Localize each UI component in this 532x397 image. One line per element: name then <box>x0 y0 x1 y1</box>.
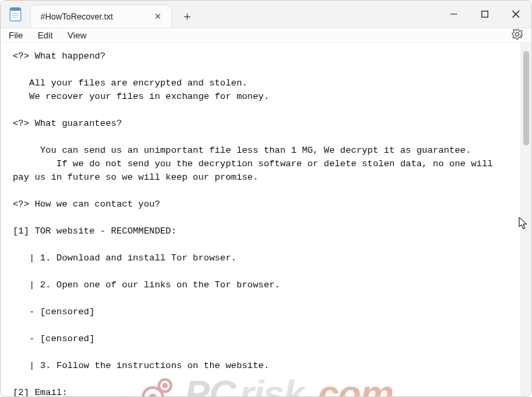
svg-rect-6 <box>482 11 488 17</box>
titlebar: #HowToRecover.txt ✕ ＋ <box>1 1 531 28</box>
tab-title: #HowToRecover.txt <box>40 12 113 22</box>
svg-rect-1 <box>10 7 21 11</box>
tab-close-icon[interactable]: ✕ <box>152 11 164 22</box>
notepad-window: #HowToRecover.txt ✕ ＋ File Edit View <box>0 0 532 397</box>
window-controls <box>438 1 531 28</box>
notepad-icon <box>9 7 22 22</box>
titlebar-spacer <box>199 1 438 28</box>
minimize-button[interactable] <box>438 1 469 28</box>
menu-file[interactable]: File <box>9 30 23 40</box>
text-content[interactable]: <?> What happend? All your files are enc… <box>1 43 521 397</box>
tab-strip: #HowToRecover.txt ✕ ＋ <box>30 1 199 28</box>
new-tab-button[interactable]: ＋ <box>176 5 199 28</box>
tab-active[interactable]: #HowToRecover.txt ✕ <box>30 5 172 28</box>
editor-area: <?> What happend? All your files are enc… <box>1 43 531 397</box>
settings-button[interactable] <box>511 28 523 42</box>
vertical-scrollbar[interactable] <box>521 43 531 397</box>
maximize-button[interactable] <box>469 1 500 28</box>
menubar: File Edit View <box>1 28 531 43</box>
app-icon <box>1 1 30 28</box>
menu-edit[interactable]: Edit <box>38 30 53 40</box>
close-button[interactable] <box>500 1 531 28</box>
menu-view[interactable]: View <box>67 30 86 40</box>
gear-icon <box>511 28 523 40</box>
scrollbar-thumb[interactable] <box>523 51 529 145</box>
